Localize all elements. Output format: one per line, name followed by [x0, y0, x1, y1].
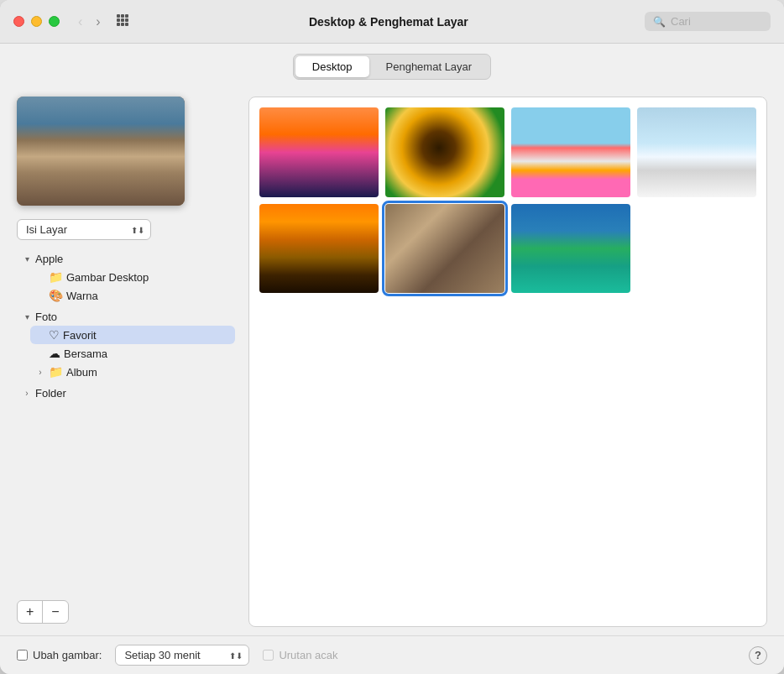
chevron-right-icon: › — [35, 368, 45, 377]
image-cell-1[interactable] — [259, 107, 379, 197]
sidebar-item-label: Favorit — [63, 329, 230, 342]
svg-rect-2 — [125, 14, 128, 18]
image-grid — [259, 107, 756, 293]
tab-group: Desktop Penghemat Layar — [293, 54, 491, 80]
main-window: ‹ › Desktop & Penghemat Layar 🔍 Desktop … — [0, 0, 784, 674]
titlebar: ‹ › Desktop & Penghemat Layar 🔍 — [0, 0, 784, 44]
search-box[interactable]: 🔍 — [645, 12, 771, 31]
sidebar-tree: ▾ Apple 📁 Gambar Desktop 🎨 Warna — [17, 250, 235, 593]
foto-children: ♡ Favorit ☁ Bersama › 📁 Album — [30, 326, 235, 381]
random-order-checkbox[interactable] — [263, 650, 274, 661]
close-button[interactable] — [13, 16, 24, 27]
sidebar-item-label: Apple — [35, 253, 230, 265]
change-image-checkbox-item[interactable]: Ubah gambar: — [17, 649, 102, 661]
svg-rect-6 — [117, 23, 120, 26]
interval-select[interactable]: Setiap 5 detik Setiap 1 menit Setiap 5 m… — [115, 645, 249, 666]
tabbar: Desktop Penghemat Layar — [0, 44, 784, 88]
sidebar-item-bersama[interactable]: ☁ Bersama — [30, 344, 235, 363]
image-cell-2[interactable] — [385, 107, 504, 197]
tree-section-folder: › Folder — [17, 384, 235, 402]
interval-select-wrapper: Setiap 5 detik Setiap 1 menit Setiap 5 m… — [115, 645, 249, 666]
tree-section-apple: ▾ Apple 📁 Gambar Desktop 🎨 Warna — [17, 250, 235, 305]
search-input[interactable] — [671, 15, 763, 28]
preview-image — [17, 97, 185, 206]
bottom-bar: Ubah gambar: Setiap 5 detik Setiap 1 men… — [0, 635, 784, 674]
color-wheel-icon: 🎨 — [49, 289, 63, 302]
search-icon: 🔍 — [653, 16, 666, 28]
change-image-label: Ubah gambar: — [33, 649, 102, 661]
heart-icon: ♡ — [49, 328, 60, 342]
apple-children: 📁 Gambar Desktop 🎨 Warna — [30, 268, 235, 305]
image-thumbnail — [511, 204, 630, 294]
add-button[interactable]: + — [18, 601, 43, 623]
random-order-checkbox-item[interactable]: Urutan acak — [263, 649, 337, 661]
sidebar-item-apple[interactable]: ▾ Apple — [17, 250, 235, 268]
sidebar-item-favorit[interactable]: ♡ Favorit — [30, 326, 235, 344]
grid-button[interactable] — [112, 10, 133, 34]
zoom-button[interactable] — [49, 16, 60, 27]
traffic-lights — [13, 16, 60, 27]
sidebar-item-label: Album — [66, 366, 230, 379]
image-grid-container — [248, 97, 767, 627]
change-image-checkbox[interactable] — [17, 650, 28, 661]
image-thumbnail — [385, 204, 504, 294]
image-thumbnail — [637, 107, 756, 197]
random-order-label: Urutan acak — [279, 649, 337, 661]
svg-rect-5 — [125, 18, 128, 22]
remove-button[interactable]: − — [43, 601, 67, 623]
image-cell-4[interactable] — [637, 107, 756, 197]
cloud-icon: ☁ — [49, 347, 60, 360]
fit-select-wrapper: Isi Layar Sesuaikan Regangkan Tengah Ubi… — [17, 219, 151, 240]
sidebar-item-folder[interactable]: › Folder — [17, 384, 235, 402]
minimize-button[interactable] — [31, 16, 42, 27]
add-remove-buttons: + − — [17, 600, 69, 624]
svg-rect-3 — [117, 18, 120, 22]
preview-area — [17, 97, 235, 206]
preview-thumbnail — [17, 97, 185, 206]
chevron-right-icon: › — [22, 389, 32, 398]
tree-section-foto: ▾ Foto ♡ Favorit ☁ Bersama — [17, 308, 235, 381]
forward-button[interactable]: › — [91, 13, 105, 31]
image-cell-7[interactable] — [511, 204, 630, 294]
svg-rect-8 — [125, 23, 128, 26]
sidebar-item-label: Folder — [35, 387, 230, 400]
fit-select[interactable]: Isi Layar Sesuaikan Regangkan Tengah Ubi… — [17, 219, 151, 240]
left-panel: Isi Layar Sesuaikan Regangkan Tengah Ubi… — [17, 97, 235, 627]
right-panel — [248, 97, 767, 627]
help-button[interactable]: ? — [749, 646, 767, 665]
sidebar-item-label: Foto — [35, 311, 230, 323]
folder-icon: 📁 — [49, 365, 63, 379]
chevron-down-icon: ▾ — [22, 312, 32, 321]
sidebar-item-label: Bersama — [64, 347, 230, 360]
tab-screensaver[interactable]: Penghemat Layar — [369, 56, 489, 77]
image-thumbnail — [259, 204, 379, 294]
sidebar-item-warna[interactable]: 🎨 Warna — [30, 286, 235, 305]
image-cell-6[interactable] — [385, 204, 504, 294]
image-thumbnail — [385, 107, 504, 197]
image-thumbnail — [259, 107, 379, 197]
image-thumbnail — [511, 107, 630, 197]
chevron-down-icon: ▾ — [22, 254, 32, 264]
window-title: Desktop & Penghemat Layar — [133, 15, 645, 29]
folder-icon: 📁 — [49, 270, 63, 284]
sidebar-item-label: Gambar Desktop — [66, 271, 230, 284]
sidebar-item-foto[interactable]: ▾ Foto — [17, 308, 235, 326]
fit-select-area: Isi Layar Sesuaikan Regangkan Tengah Ubi… — [17, 219, 235, 240]
sidebar-item-label: Warna — [66, 290, 230, 302]
svg-rect-0 — [117, 14, 120, 18]
back-button[interactable]: ‹ — [73, 13, 87, 31]
sidebar-item-gambar-desktop[interactable]: 📁 Gambar Desktop — [30, 268, 235, 286]
image-cell-5[interactable] — [259, 204, 379, 294]
svg-rect-4 — [121, 18, 124, 22]
tab-desktop[interactable]: Desktop — [295, 56, 369, 77]
main-content: Isi Layar Sesuaikan Regangkan Tengah Ubi… — [0, 88, 784, 635]
svg-rect-1 — [121, 14, 124, 18]
image-cell-3[interactable] — [511, 107, 630, 197]
bottom-controls: + − — [17, 593, 235, 627]
nav-buttons: ‹ › — [73, 13, 106, 31]
svg-rect-7 — [121, 23, 124, 26]
sidebar-item-album[interactable]: › 📁 Album — [30, 363, 235, 381]
